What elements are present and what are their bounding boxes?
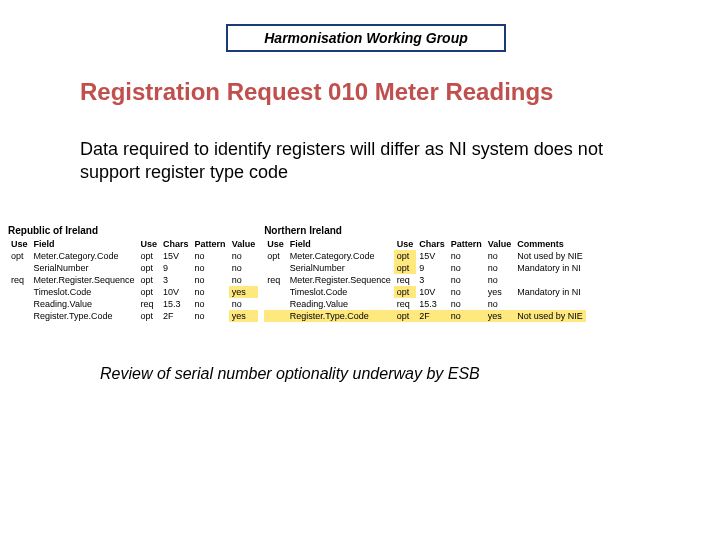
cell-chars: 9 [416,262,448,274]
table-row: optMeter.Category.Codeopt15Vnono [8,250,258,262]
col-value: Value [485,238,515,250]
cell-use: opt [264,250,287,262]
col-value: Value [229,238,259,250]
cell-use [8,286,31,298]
intro-text: Data required to identify registers will… [80,138,640,185]
cell-value: no [485,298,515,310]
cell-comments [514,298,586,310]
col-pattern: Pattern [192,238,229,250]
cell-chars: 2F [160,310,192,322]
cell-use: req [8,274,31,286]
cell-value: yes [485,310,515,322]
page-title: Registration Request 010 Meter Readings [80,78,553,106]
left-region-head: Republic of Ireland [8,225,258,238]
cell-field: Meter.Register.Sequence [287,274,394,286]
cell-field: Meter.Category.Code [287,250,394,262]
cell-use [264,298,287,310]
left-table: Use Field Use Chars Pattern Value optMet… [8,238,258,322]
cell-pattern: no [448,274,485,286]
table-row: Register.Type.Codeopt2FnoyesNot used by … [264,310,586,322]
right-block: Northern Ireland Use Field Use Chars Pat… [264,225,586,322]
col-pattern: Pattern [448,238,485,250]
table-row: Reading.Valuereq15.3nono [8,298,258,310]
cell-field: Reading.Value [31,298,138,310]
cell-pattern: no [192,274,229,286]
cell-use2: opt [394,250,417,262]
cell-pattern: no [448,286,485,298]
col-chars: Chars [160,238,192,250]
col-use: Use [8,238,31,250]
table-row: SerialNumberopt9nonoMandatory in NI [264,262,586,274]
cell-pattern: no [192,310,229,322]
cell-value: no [229,250,259,262]
cell-use2: opt [138,286,161,298]
table-row: SerialNumberopt9nono [8,262,258,274]
table-row: Timeslot.Codeopt10Vnoyes [8,286,258,298]
cell-use2: opt [138,250,161,262]
col-use2: Use [138,238,161,250]
col-field: Field [287,238,394,250]
cell-field: Meter.Register.Sequence [31,274,138,286]
cell-comments: Mandatory in NI [514,286,586,298]
right-table: Use Field Use Chars Pattern Value Commen… [264,238,586,322]
cell-comments: Mandatory in NI [514,262,586,274]
col-use: Use [264,238,287,250]
cell-pattern: no [448,310,485,322]
cell-use [264,310,287,322]
tables-container: Republic of Ireland Use Field Use Chars … [8,225,712,322]
cell-chars: 9 [160,262,192,274]
cell-field: Timeslot.Code [287,286,394,298]
cell-use2: opt [394,286,417,298]
cell-use2: opt [394,310,417,322]
cell-pattern: no [192,298,229,310]
cell-value: yes [485,286,515,298]
cell-field: Meter.Category.Code [31,250,138,262]
cell-use: req [264,274,287,286]
col-use2: Use [394,238,417,250]
cell-comments [514,274,586,286]
cell-field: Reading.Value [287,298,394,310]
cell-use2: req [138,298,161,310]
table-row: reqMeter.Register.Sequencereq3nono [264,274,586,286]
cell-value: no [229,298,259,310]
cell-use [264,262,287,274]
table-row: Register.Type.Codeopt2Fnoyes [8,310,258,322]
cell-chars: 15V [160,250,192,262]
cell-chars: 15V [416,250,448,262]
cell-use [264,286,287,298]
cell-field: SerialNumber [287,262,394,274]
cell-field: Register.Type.Code [287,310,394,322]
cell-value: no [485,250,515,262]
cell-value: no [229,274,259,286]
cell-use [8,298,31,310]
table-row: reqMeter.Register.Sequenceopt3nono [8,274,258,286]
cell-pattern: no [448,262,485,274]
col-comments: Comments [514,238,586,250]
table-row: Reading.Valuereq15.3nono [264,298,586,310]
cell-comments: Not used by NIE [514,310,586,322]
cell-use2: opt [138,274,161,286]
table-header-row: Use Field Use Chars Pattern Value [8,238,258,250]
cell-use2: opt [138,262,161,274]
cell-value: yes [229,310,259,322]
cell-value: no [485,274,515,286]
table-row: Timeslot.Codeopt10VnoyesMandatory in NI [264,286,586,298]
col-field: Field [31,238,138,250]
cell-value: no [485,262,515,274]
header-box: Harmonisation Working Group [226,24,506,52]
cell-use [8,262,31,274]
cell-use [8,310,31,322]
left-block: Republic of Ireland Use Field Use Chars … [8,225,258,322]
cell-pattern: no [448,250,485,262]
cell-pattern: no [192,250,229,262]
col-chars: Chars [416,238,448,250]
cell-chars: 15.3 [416,298,448,310]
table-row: optMeter.Category.Codeopt15VnonoNot used… [264,250,586,262]
cell-field: SerialNumber [31,262,138,274]
cell-pattern: no [448,298,485,310]
cell-chars: 3 [416,274,448,286]
cell-use2: req [394,298,417,310]
cell-value: yes [229,286,259,298]
cell-pattern: no [192,286,229,298]
cell-use: opt [8,250,31,262]
